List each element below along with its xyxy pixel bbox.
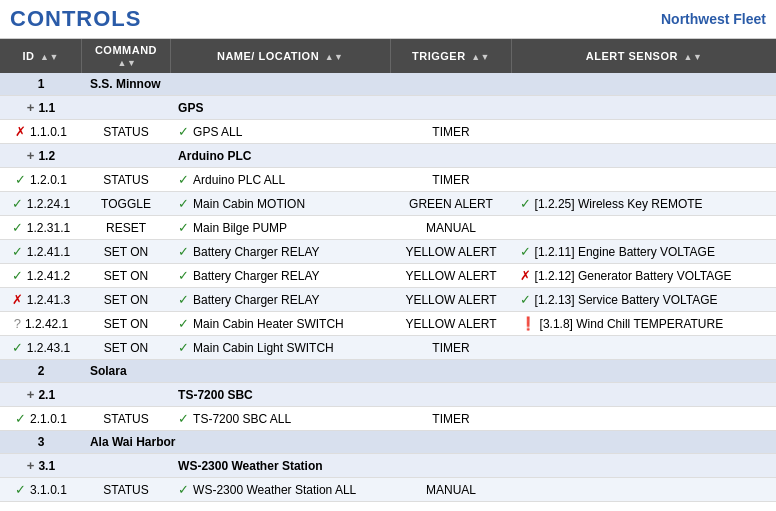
- check-icon: ✓: [178, 172, 189, 187]
- check-icon: ✓: [12, 268, 23, 283]
- row-command: SET ON: [82, 288, 170, 312]
- row-trigger: MANUAL: [390, 478, 511, 502]
- row-command: TOGGLE: [82, 192, 170, 216]
- row-trigger: GREEN ALERT: [390, 192, 511, 216]
- plus-icon[interactable]: +: [27, 148, 35, 163]
- subsection-id: + 1.1: [0, 96, 82, 120]
- name-value: Battery Charger RELAY: [193, 269, 320, 283]
- id-value: 1.2.41.2: [27, 269, 70, 283]
- page-header: CONTROLS Northwest Fleet: [0, 0, 776, 39]
- row-command: STATUS: [82, 120, 170, 144]
- x-icon: ✗: [15, 124, 26, 139]
- row-name: ✓ Battery Charger RELAY: [170, 240, 390, 264]
- check-icon: ✓: [178, 316, 189, 331]
- id-value: 1.1.0.1: [30, 125, 67, 139]
- row-trigger: MANUAL: [390, 216, 511, 240]
- table-row-section: 3 Ala Wai Harbor: [0, 431, 776, 454]
- row-command: STATUS: [82, 478, 170, 502]
- id-value: 1.2.42.1: [25, 317, 68, 331]
- section-name: Ala Wai Harbor: [82, 431, 776, 454]
- id-value: 3.1.0.1: [30, 483, 67, 497]
- table-row-subsection: + 3.1 WS-2300 Weather Station: [0, 454, 776, 478]
- plus-icon[interactable]: +: [27, 387, 35, 402]
- id-value: 2.1.0.1: [30, 412, 67, 426]
- table-row: ✗ 1.2.41.3 SET ON ✓ Battery Charger RELA…: [0, 288, 776, 312]
- row-name: ✓ Main Cabin Heater SWITCH: [170, 312, 390, 336]
- name-value: Arduino PLC ALL: [193, 173, 285, 187]
- sort-arrow-alert[interactable]: ▲▼: [683, 52, 702, 62]
- row-name: ✓ Main Cabin Light SWITCH: [170, 336, 390, 360]
- table-header-row: ID ▲▼ COMMAND ▲▼ NAME/ LOCATION ▲▼ TRIGG…: [0, 39, 776, 73]
- check-icon: ✓: [520, 196, 531, 211]
- alert-value: [1.2.11] Engine Battery VOLTAGE: [535, 245, 715, 259]
- row-trigger: TIMER: [390, 120, 511, 144]
- row-name: ✓ Main Bilge PUMP: [170, 216, 390, 240]
- col-header-command: COMMAND ▲▼: [82, 39, 170, 73]
- plus-icon[interactable]: +: [27, 100, 35, 115]
- id-value: 1.2.31.1: [27, 221, 70, 235]
- row-id: ✓ 1.2.31.1: [0, 216, 82, 240]
- section-id: 1: [0, 73, 82, 96]
- sort-arrow-command[interactable]: ▲▼: [118, 58, 137, 68]
- row-command: SET ON: [82, 336, 170, 360]
- check-icon: ✓: [178, 124, 189, 139]
- id-value: 1.2.24.1: [27, 197, 70, 211]
- x-icon: ✗: [12, 292, 23, 307]
- row-alert: ✓ [1.2.11] Engine Battery VOLTAGE: [512, 240, 776, 264]
- id-value: 1.2.0.1: [30, 173, 67, 187]
- check-icon: ✓: [12, 196, 23, 211]
- table-row: ✓ 2.1.0.1 STATUS ✓ TS-7200 SBC ALL TIMER: [0, 407, 776, 431]
- page-title: CONTROLS: [10, 6, 141, 32]
- check-icon: ✓: [178, 220, 189, 235]
- row-trigger: YELLOW ALERT: [390, 288, 511, 312]
- check-icon: ✓: [178, 292, 189, 307]
- row-trigger: YELLOW ALERT: [390, 264, 511, 288]
- check-icon: ✓: [520, 292, 531, 307]
- sort-arrow-id[interactable]: ▲▼: [40, 52, 59, 62]
- row-trigger: YELLOW ALERT: [390, 312, 511, 336]
- question-icon: ?: [14, 316, 21, 331]
- subsection-command: [82, 383, 170, 407]
- row-alert: [512, 120, 776, 144]
- row-command: SET ON: [82, 312, 170, 336]
- row-alert: [512, 407, 776, 431]
- sort-arrow-name[interactable]: ▲▼: [325, 52, 344, 62]
- subsection-id: + 2.1: [0, 383, 82, 407]
- table-row: ✓ 1.2.41.1 SET ON ✓ Battery Charger RELA…: [0, 240, 776, 264]
- row-id: ✗ 1.2.41.3: [0, 288, 82, 312]
- check-icon: ✓: [15, 411, 26, 426]
- plus-icon[interactable]: +: [27, 458, 35, 473]
- row-trigger: TIMER: [390, 407, 511, 431]
- exclaim-icon: ❗: [520, 316, 536, 331]
- check-icon: ✓: [178, 268, 189, 283]
- row-trigger: TIMER: [390, 336, 511, 360]
- id-value: 1.2.41.1: [27, 245, 70, 259]
- row-command: SET ON: [82, 264, 170, 288]
- name-value: Battery Charger RELAY: [193, 293, 320, 307]
- row-alert: ✗ [1.2.12] Generator Battery VOLTAGE: [512, 264, 776, 288]
- name-value: Main Cabin MOTION: [193, 197, 305, 211]
- row-name: ✓ Battery Charger RELAY: [170, 264, 390, 288]
- subsection-id-value: 2.1: [38, 388, 55, 402]
- name-value: TS-7200 SBC ALL: [193, 412, 291, 426]
- subsection-id-value: 1.1: [38, 101, 55, 115]
- name-value: Main Cabin Light SWITCH: [193, 341, 334, 355]
- subsection-name: TS-7200 SBC: [170, 383, 776, 407]
- row-id: ✓ 3.1.0.1: [0, 478, 82, 502]
- check-icon: ✓: [12, 340, 23, 355]
- row-name: ✓ Main Cabin MOTION: [170, 192, 390, 216]
- subsection-id: + 1.2: [0, 144, 82, 168]
- section-id: 2: [0, 360, 82, 383]
- row-name: ✓ WS-2300 Weather Station ALL: [170, 478, 390, 502]
- row-id: ✓ 1.2.0.1: [0, 168, 82, 192]
- subsection-name: WS-2300 Weather Station: [170, 454, 776, 478]
- check-icon: ✓: [178, 244, 189, 259]
- row-trigger: YELLOW ALERT: [390, 240, 511, 264]
- table-row: ✓ 3.1.0.1 STATUS ✓ WS-2300 Weather Stati…: [0, 478, 776, 502]
- sort-arrow-trigger[interactable]: ▲▼: [471, 52, 490, 62]
- row-id: ✓ 1.2.41.2: [0, 264, 82, 288]
- check-icon: ✓: [15, 172, 26, 187]
- check-icon: ✓: [178, 482, 189, 497]
- controls-table: ID ▲▼ COMMAND ▲▼ NAME/ LOCATION ▲▼ TRIGG…: [0, 39, 776, 502]
- check-icon: ✓: [12, 220, 23, 235]
